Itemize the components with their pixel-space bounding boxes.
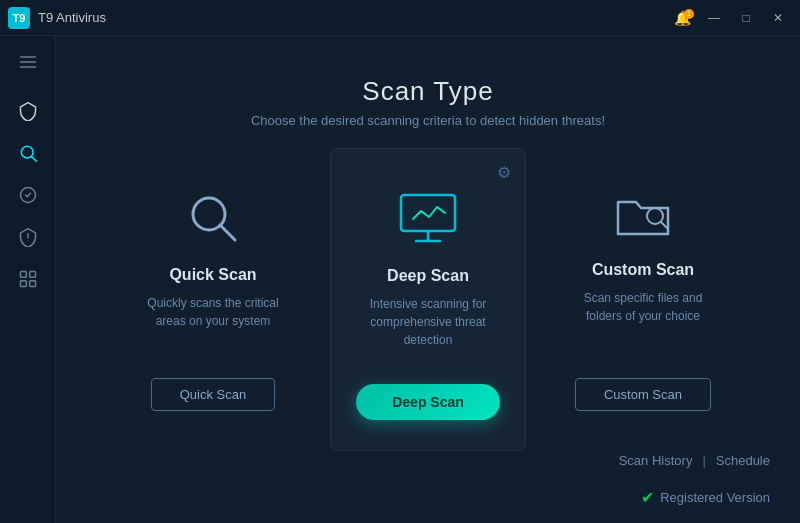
registered-badge: ✔ Registered Version [56, 488, 800, 523]
app-body: Scan Type Choose the desired scanning cr… [0, 36, 800, 523]
svg-rect-11 [29, 281, 35, 287]
sidebar-item-shield2[interactable] [9, 218, 47, 256]
titlebar-left: T9 T9 Antivirus [8, 7, 106, 29]
maximize-button[interactable]: □ [732, 7, 760, 29]
custom-scan-desc: Scan specific files and folders of your … [566, 289, 720, 354]
footer-divider: | [702, 453, 705, 468]
cards-container: Quick Scan Quickly scans the critical ar… [56, 158, 800, 441]
page-subtitle: Choose the desired scanning criteria to … [56, 113, 800, 128]
custom-scan-icon [613, 188, 673, 243]
check-circle-icon: ✔ [641, 488, 654, 507]
custom-scan-title: Custom Scan [592, 261, 694, 279]
registered-label: Registered Version [660, 490, 770, 505]
scan-history-link[interactable]: Scan History [619, 453, 693, 468]
close-button[interactable]: ✕ [764, 7, 792, 29]
deep-scan-desc: Intensive scanning for comprehensive thr… [351, 295, 505, 360]
sidebar-item-protection[interactable] [9, 92, 47, 130]
minimize-button[interactable]: — [700, 7, 728, 29]
window-controls: 🔔 1 — □ ✕ [668, 7, 792, 29]
app-title: T9 Antivirus [38, 10, 106, 25]
sidebar-item-scan[interactable] [9, 134, 47, 172]
svg-rect-10 [20, 281, 26, 287]
deep-scan-icon [393, 189, 463, 249]
sidebar-item-tools[interactable] [9, 260, 47, 298]
quick-scan-title: Quick Scan [169, 266, 256, 284]
svg-line-13 [220, 225, 235, 240]
svg-point-7 [27, 240, 28, 241]
sidebar-item-status[interactable] [9, 176, 47, 214]
deep-scan-card: ⚙ Deep Scan Intensive scanning for compr… [330, 148, 526, 451]
app-logo: T9 [8, 7, 30, 29]
notification-icon[interactable]: 🔔 1 [668, 7, 696, 29]
page-title: Scan Type [56, 76, 800, 107]
schedule-link[interactable]: Schedule [716, 453, 770, 468]
quick-scan-desc: Quickly scans the critical areas on your… [136, 294, 290, 354]
svg-rect-9 [29, 272, 35, 278]
footer-area: Scan History | Schedule ✔ Registered Ver… [56, 441, 800, 523]
quick-scan-card: Quick Scan Quickly scans the critical ar… [116, 158, 310, 441]
custom-scan-button[interactable]: Custom Scan [575, 378, 711, 411]
deep-scan-settings-icon[interactable]: ⚙ [497, 163, 511, 182]
quick-scan-icon [183, 188, 243, 248]
quick-scan-button[interactable]: Quick Scan [151, 378, 275, 411]
sidebar-menu-button[interactable] [9, 44, 47, 80]
notification-badge: 1 [684, 9, 694, 19]
titlebar: T9 T9 Antivirus 🔔 1 — □ ✕ [0, 0, 800, 36]
main-content: Scan Type Choose the desired scanning cr… [56, 36, 800, 523]
svg-rect-14 [401, 195, 455, 231]
svg-line-18 [661, 222, 667, 228]
svg-rect-8 [20, 272, 26, 278]
custom-scan-card: Custom Scan Scan specific files and fold… [546, 158, 740, 441]
page-header: Scan Type Choose the desired scanning cr… [56, 36, 800, 158]
svg-line-4 [31, 157, 36, 162]
sidebar [0, 36, 56, 523]
deep-scan-title: Deep Scan [387, 267, 469, 285]
deep-scan-button[interactable]: Deep Scan [356, 384, 500, 420]
